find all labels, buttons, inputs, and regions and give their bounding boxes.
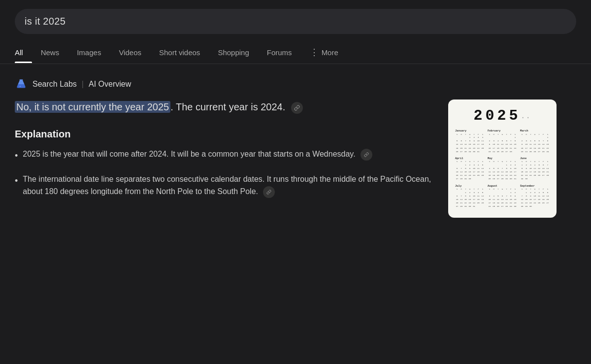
tab-all[interactable]: All bbox=[15, 42, 32, 63]
ai-content-area: No, it is not currently the year 2025. T… bbox=[15, 99, 557, 218]
svg-point-1 bbox=[20, 86, 21, 87]
bullet-2-link-icon[interactable] bbox=[263, 186, 275, 198]
bullet-text-1: 2025 is the year that will come after 20… bbox=[23, 148, 372, 163]
more-dots-icon: ⋮ bbox=[310, 47, 319, 58]
cal-month-may: May SMTWTFS 123 45678910 11121314151617 … bbox=[488, 157, 517, 181]
tab-shopping[interactable]: Shopping bbox=[209, 42, 258, 63]
cal-month-aug: August SMTWTFS 12 3456789 10111213141516… bbox=[488, 184, 517, 209]
search-bar[interactable]: is it 2025 bbox=[15, 9, 576, 34]
ai-overview-header: Search Labs | AI Overview bbox=[15, 78, 557, 91]
search-query: is it 2025 bbox=[25, 16, 66, 27]
flask-icon bbox=[15, 78, 28, 91]
bullet-item-2: • The international date line separates … bbox=[15, 173, 433, 198]
svg-rect-0 bbox=[20, 79, 23, 79]
calendar-container: 2025·· January SMTWTFS 1234 567891011 12… bbox=[448, 99, 557, 218]
cal-month-sep: September SMTWTFS 123456 78910111213 141… bbox=[520, 184, 550, 209]
cal-month-jun: June SMTWTFS 1234567 891011121314 151617… bbox=[520, 157, 550, 181]
answer-rest: . The current year is 2024. bbox=[170, 101, 285, 112]
main-content: Search Labs | AI Overview No, it is not … bbox=[0, 64, 571, 232]
ai-text-section: No, it is not currently the year 2025. T… bbox=[15, 99, 433, 208]
cal-month-apr: April SMTWTFS 12345 6789101112 131415161… bbox=[455, 157, 485, 181]
cal-month-jan: January SMTWTFS 1234 567891011 121314151… bbox=[455, 129, 485, 154]
calendar-card: 2025·· January SMTWTFS 1234 567891011 12… bbox=[448, 99, 557, 218]
calendar-year: 2025·· bbox=[455, 107, 550, 124]
bullet-dot-1: • bbox=[15, 149, 18, 163]
bullet-text-2: The international date line separates tw… bbox=[23, 173, 433, 198]
tab-images[interactable]: Images bbox=[68, 42, 110, 63]
bullet-dot-2: • bbox=[15, 174, 18, 198]
main-answer: No, it is not currently the year 2025. T… bbox=[15, 99, 433, 115]
tab-news[interactable]: News bbox=[32, 42, 68, 63]
bullet-1-link-icon[interactable] bbox=[361, 149, 372, 161]
explanation-title: Explanation bbox=[15, 129, 433, 140]
cal-month-feb: February SMTWTFS 1 2345678 9101112131415… bbox=[488, 129, 517, 154]
cal-month-mar: March SMTWTFS 1 2345678 9101112131415 16… bbox=[520, 129, 550, 154]
nav-tabs: All News Images Videos Short videos Shop… bbox=[0, 41, 591, 64]
calendar-months-grid: January SMTWTFS 1234 567891011 121314151… bbox=[455, 129, 550, 208]
search-labs-label: Search Labs bbox=[33, 80, 77, 89]
tab-videos[interactable]: Videos bbox=[110, 42, 150, 63]
tab-short-videos[interactable]: Short videos bbox=[150, 42, 209, 63]
tab-more[interactable]: ⋮ More bbox=[301, 41, 347, 64]
highlighted-answer: No, it is not currently the year 2025 bbox=[15, 101, 170, 113]
bullet-list: • 2025 is the year that will come after … bbox=[15, 148, 433, 198]
answer-link-icon[interactable] bbox=[291, 102, 303, 114]
ai-overview-label: AI Overview bbox=[89, 80, 131, 89]
bullet-item-1: • 2025 is the year that will come after … bbox=[15, 148, 433, 163]
tab-forums[interactable]: Forums bbox=[258, 42, 301, 63]
divider: | bbox=[82, 80, 84, 89]
cal-month-jul: July SMTWTFS 12345 6789101112 1314151617… bbox=[455, 184, 485, 209]
